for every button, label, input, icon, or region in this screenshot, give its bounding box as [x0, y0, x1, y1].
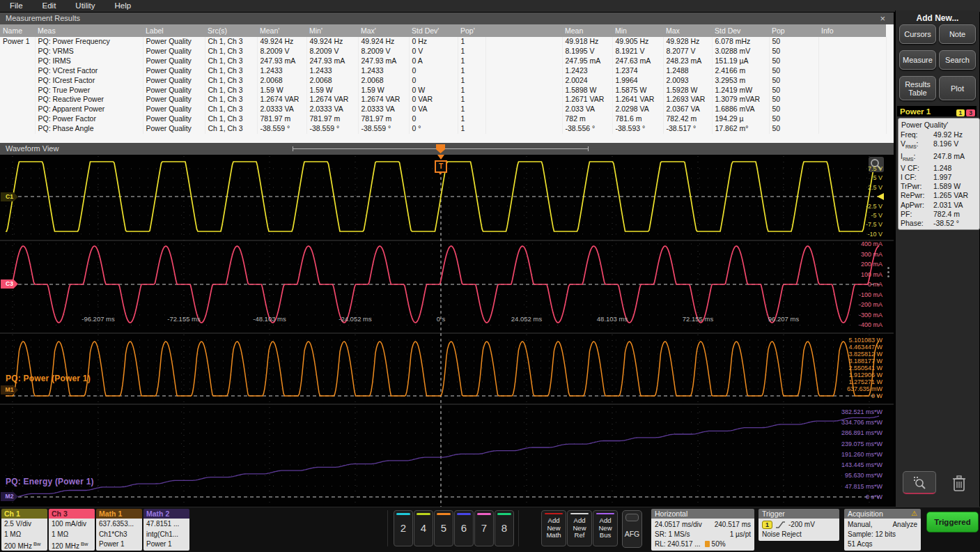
afg-indicator [625, 514, 639, 521]
table-row[interactable]: PQ: True PowerPower QualityCh 1, Ch 31.5… [0, 86, 886, 95]
table-cell [818, 114, 886, 124]
afg-button[interactable]: AFG [622, 510, 642, 548]
table-cell [0, 105, 35, 114]
horizontal-scale: 24.0517 ms/div [655, 520, 702, 530]
channel-button-2[interactable]: 2 [394, 510, 413, 546]
table-cell [485, 95, 562, 105]
right-sidebar: Add New... CursorsNoteMeasureSearchResul… [895, 10, 979, 507]
add-new-math-button[interactable]: Add New Math [541, 510, 566, 546]
bottom-settings-bar: Ch 12.5 V/div1 MΩ200 MHzBwCh 3100 mA/div… [0, 507, 980, 552]
ch1-reference-marker-icon[interactable] [877, 193, 884, 200]
trigger-panel[interactable]: Trigger 1 -200 mV Noise Reject [759, 509, 839, 541]
table-cell: PQ: IRMS [35, 56, 143, 66]
table-cell: 1.2674 VAR [306, 95, 358, 105]
channel-badge-math1[interactable]: Math 1637.6353...Ch1*Ch3Power 1 [96, 509, 142, 551]
channel-button-4[interactable]: 4 [414, 510, 433, 546]
table-cell: -38.559 ° [358, 124, 409, 134]
y-tick-label: 300 mA [861, 251, 882, 258]
readout-row: I CF:1.997 [901, 173, 977, 182]
menu-item-file[interactable]: File [0, 0, 33, 12]
table-cell: 6.078 mHz [712, 37, 769, 47]
table-row[interactable]: PQ: VRMSPower QualityCh 1, Ch 38.2009 V8… [0, 47, 886, 56]
table-cell: 8.2077 V [663, 47, 712, 56]
stripe-icon [545, 513, 563, 514]
table-cell: 1.59 W [306, 86, 358, 95]
menu-item-edit[interactable]: Edit [33, 0, 66, 12]
table-cell: 1.2374 [612, 66, 663, 76]
y-tick-label: 143.445 ms*W [841, 461, 882, 468]
channel-badge-ch1[interactable]: Ch 12.5 V/div1 MΩ200 MHzBw [1, 509, 47, 551]
add-new-search[interactable]: Search [939, 50, 976, 70]
y-tick-label: 7.5 V [868, 165, 882, 172]
table-cell: PQ: ICrest Factor [35, 76, 143, 86]
table-cell: 1 [458, 56, 485, 66]
channel-setting: intg(Ch1... [146, 530, 187, 540]
source-tag: 3 [966, 109, 975, 116]
table-row[interactable]: PQ: Power FactorPower QualityCh 1, Ch 37… [0, 114, 886, 124]
readout-value: 782.4 m [933, 210, 960, 219]
channel-button-5[interactable]: 5 [434, 510, 453, 546]
add-new-ref-button[interactable]: Add New Ref [567, 510, 592, 546]
table-cell: 2.0024 [562, 76, 612, 86]
table-cell: 247.93 mA [306, 56, 358, 66]
trash-icon[interactable] [950, 473, 968, 493]
add-new-measure[interactable]: Measure [899, 50, 936, 70]
readout-value: 2.031 VA [933, 201, 963, 210]
acquisition-panel[interactable]: Acquisition⚠ Manual,Analyze Sample: 12 b… [844, 509, 921, 551]
trigger-title: Trigger [762, 509, 785, 519]
table-cell: 2.0068 [306, 76, 358, 86]
readout-value: -38.52 ° [933, 219, 959, 228]
horizontal-panel[interactable]: Horizontal 24.0517 ms/div240.517 ms SR: … [651, 509, 754, 551]
table-cell: 49.924 Hz [306, 37, 358, 47]
table-row[interactable]: PQ: ICrest FactorPower QualityCh 1, Ch 3… [0, 76, 886, 86]
channel-button-7[interactable]: 7 [474, 510, 494, 546]
table-cell: 3.0288 mV [712, 47, 769, 56]
table-cell: 0 A [409, 56, 458, 66]
channel-badge-body: 100 mA/div1 MΩ120 MHzBw [49, 519, 95, 551]
readout-label: IRMS: [901, 152, 933, 164]
column-header-max-: Max' [358, 24, 409, 37]
add-new-bus-button[interactable]: Add New Bus [593, 510, 618, 546]
column-header-name: Name [0, 24, 35, 37]
column-header-mean-: Mean' [257, 24, 306, 37]
menu-item-help[interactable]: Help [104, 0, 141, 12]
waveform-plot[interactable]: T PQ: Power (Power 1) PQ: Energy (Power … [0, 155, 894, 507]
table-cell: 1.2674 VAR [257, 95, 306, 105]
table-row[interactable]: Power 1PQ: Power FrequencyPower QualityC… [0, 37, 886, 47]
table-row[interactable]: PQ: Apparent PowerPower QualityCh 1, Ch … [0, 105, 886, 114]
y-tick-label: 286.891 ms*W [841, 429, 882, 436]
table-cell: 1.2433 [358, 66, 409, 76]
channel-button-8[interactable]: 8 [495, 510, 514, 546]
table-cell [485, 86, 562, 95]
add-new-note[interactable]: Note [939, 24, 976, 44]
table-cell [485, 56, 562, 66]
channel-badge-ch3[interactable]: Ch 3100 mA/div1 MΩ120 MHzBw [49, 509, 95, 551]
add-new-plot[interactable]: Plot [939, 76, 976, 100]
y-tick-label: -7.5 V [866, 221, 882, 228]
horizontal-resolution: 1 µs/pt [730, 530, 751, 539]
table-cell: 17.862 m° [712, 124, 769, 134]
table-row[interactable]: PQ: Reactive PowerPower QualityCh 1, Ch … [0, 95, 886, 105]
trigger-position-marker-icon[interactable] [436, 144, 445, 153]
table-row[interactable]: PQ: Phase AnglePower QualityCh 1, Ch 3-3… [0, 124, 886, 134]
zoom-overview-button[interactable] [903, 471, 936, 494]
measurement-results-table: NameMeasLabelSrc(s)Mean'Min'Max'Std Dev'… [0, 24, 887, 134]
table-row[interactable]: PQ: VCrest FactorPower QualityCh 1, Ch 3… [0, 66, 886, 76]
channel-badge-math2[interactable]: Math 247.8151 ...intg(Ch1...Power 1 [143, 509, 189, 551]
close-icon[interactable]: × [877, 13, 888, 24]
waveform-canvas[interactable] [0, 155, 894, 507]
table-cell: 782.42 m [663, 114, 712, 124]
table-cell: -38.593 ° [612, 124, 663, 134]
table-cell: 49.928 Hz [663, 37, 712, 47]
table-cell: 2.0093 [663, 76, 712, 86]
table-cell: -38.559 ° [306, 124, 358, 134]
table-row[interactable]: PQ: IRMSPower QualityCh 1, Ch 3247.93 mA… [0, 56, 886, 66]
add-new-cursors[interactable]: Cursors [899, 24, 936, 44]
drag-handle-icon[interactable] [887, 265, 890, 279]
add-new-results-table[interactable]: Results Table [899, 76, 936, 100]
table-cell: PQ: Reactive Power [35, 95, 143, 105]
acquisition-mode: Manual, [848, 520, 873, 530]
channel-button-6[interactable]: 6 [454, 510, 474, 546]
menu-item-utility[interactable]: Utility [65, 0, 104, 12]
power1-badge-header[interactable]: Power 1 13 [897, 106, 977, 116]
